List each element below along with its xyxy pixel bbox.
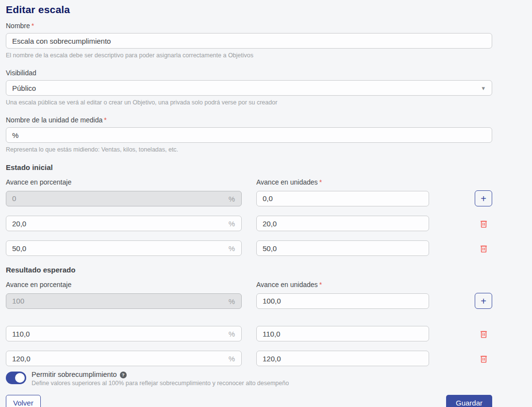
visibility-select[interactable]: Público ▾: [6, 80, 492, 96]
units-column-label: Avance en unidades*: [256, 178, 429, 187]
overachievement-toggle[interactable]: [6, 372, 26, 384]
chevron-down-icon: ▾: [482, 85, 485, 91]
percentage-input-wrap: %: [6, 351, 242, 366]
visibility-label: Visibilidad: [6, 68, 492, 77]
trash-icon: [480, 244, 487, 253]
unit-label: Nombre de la unidad de medida*: [6, 116, 492, 124]
form-footer: Volver Guardar: [6, 395, 492, 407]
overachievement-row: Permitir sobrecumplimiento ? Define valo…: [6, 371, 492, 387]
delete-row-button[interactable]: [480, 220, 487, 228]
initial-state-title: Estado inicial: [6, 164, 492, 171]
delete-row-button[interactable]: [480, 355, 487, 363]
expected-result-section: Resultado esperado Avance en porcentaje …: [6, 266, 492, 366]
percentage-input[interactable]: [6, 216, 242, 231]
percentage-input-wrap: %: [6, 216, 242, 231]
visibility-helper-text: Una escala pública se verá al editar o c…: [6, 99, 492, 106]
percentage-input[interactable]: [6, 240, 242, 256]
edit-scale-form: Editar escala Nombre* El nombre de la es…: [0, 0, 498, 407]
back-button[interactable]: Volver: [6, 395, 41, 407]
expected-result-column-labels: Avance en porcentaje Avance en unidades*: [6, 280, 492, 289]
overachievement-label: Permitir sobrecumplimiento ?: [32, 371, 289, 379]
units-input-wrap: [256, 191, 429, 206]
units-input-wrap: [256, 216, 429, 231]
scale-row: %: [6, 351, 492, 366]
unit-input[interactable]: [6, 127, 492, 143]
units-input[interactable]: [256, 216, 429, 231]
percentage-input[interactable]: [6, 351, 242, 366]
toggle-knob: [15, 373, 25, 383]
visibility-selected-value: Público: [12, 84, 36, 92]
percentage-input: [6, 293, 242, 309]
units-input-wrap: [256, 351, 429, 366]
scale-row: %: [6, 216, 492, 231]
scale-row: %: [6, 240, 492, 256]
name-label: Nombre*: [6, 21, 492, 30]
name-field-group: Nombre* El nombre de la escala debe ser …: [6, 21, 492, 59]
units-input[interactable]: [256, 351, 429, 366]
name-input[interactable]: [6, 33, 492, 49]
scale-row: % +: [6, 190, 492, 206]
units-input-wrap: [256, 293, 429, 309]
percentage-input-wrap: %: [6, 293, 242, 309]
add-row-button[interactable]: +: [475, 293, 492, 309]
units-column-label: Avance en unidades*: [256, 280, 429, 289]
plus-icon: +: [481, 194, 486, 204]
percentage-input-wrap: %: [6, 326, 242, 341]
scale-row: %: [6, 326, 492, 341]
visibility-field-group: Visibilidad Público ▾ Una escala pública…: [6, 68, 492, 106]
overachievement-helper-text: Define valores superiores al 100% para r…: [32, 379, 289, 387]
percentage-input-wrap: %: [6, 240, 242, 256]
overachievement-texts: Permitir sobrecumplimiento ? Define valo…: [32, 371, 289, 387]
percentage-input[interactable]: [6, 326, 242, 341]
initial-state-section: Estado inicial Avance en porcentaje Avan…: [6, 164, 492, 256]
name-helper-text: El nombre de la escala debe ser descript…: [6, 52, 492, 59]
units-input-wrap: [256, 240, 429, 256]
unit-helper-text: Representa lo que estás midiendo: Ventas…: [6, 146, 492, 153]
save-button[interactable]: Guardar: [446, 395, 492, 407]
help-icon[interactable]: ?: [120, 372, 127, 378]
required-asterisk: *: [319, 178, 322, 186]
trash-icon: [480, 330, 487, 338]
scale-row: % +: [6, 293, 492, 309]
plus-icon: +: [481, 296, 486, 306]
percentage-input: [6, 191, 242, 206]
trash-icon: [480, 355, 487, 363]
units-input[interactable]: [256, 293, 429, 309]
page-title: Editar escala: [6, 3, 492, 17]
units-input[interactable]: [256, 191, 429, 206]
delete-row-button[interactable]: [480, 244, 487, 253]
unit-field-group: Nombre de la unidad de medida* Represent…: [6, 116, 492, 153]
units-input-wrap: [256, 326, 429, 341]
units-input[interactable]: [256, 326, 429, 341]
required-asterisk: *: [104, 116, 106, 124]
trash-icon: [480, 220, 487, 228]
initial-state-column-labels: Avance en porcentaje Avance en unidades*: [6, 178, 492, 187]
add-row-button[interactable]: +: [475, 190, 492, 206]
required-asterisk: *: [32, 22, 34, 30]
units-input[interactable]: [256, 240, 429, 256]
delete-row-button[interactable]: [480, 330, 487, 338]
expected-result-title: Resultado esperado: [6, 266, 492, 274]
required-asterisk: *: [319, 281, 322, 288]
percentage-column-label: Avance en porcentaje: [6, 178, 242, 187]
percentage-column-label: Avance en porcentaje: [6, 280, 242, 289]
percentage-input-wrap: %: [6, 191, 242, 206]
